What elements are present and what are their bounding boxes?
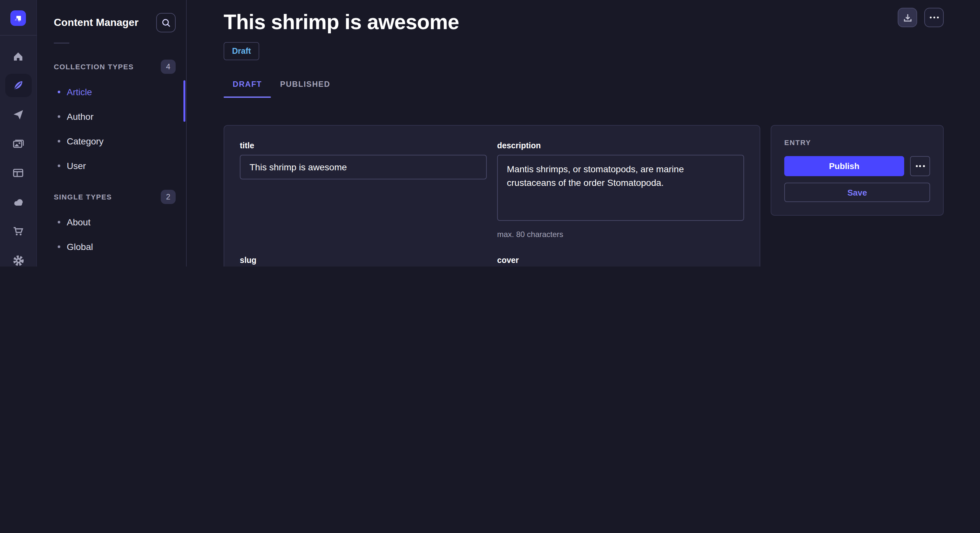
bullet-icon — [58, 115, 60, 118]
content-manager-subnav: Content Manager COLLECTION TYPES 4 Artic… — [37, 0, 187, 266]
edit-form-card: title description Mantis shrimps, or sto… — [224, 125, 760, 266]
ellipsis-icon — [929, 16, 939, 19]
field-title: title — [240, 141, 487, 239]
collection-types-label: COLLECTION TYPES — [54, 63, 134, 71]
title-field-label: title — [240, 141, 487, 150]
sidebar-item-article[interactable]: Article — [37, 80, 186, 104]
content-manager-icon[interactable] — [5, 74, 32, 97]
field-description: description Mantis shrimps, or stomatopo… — [497, 141, 744, 239]
cover-field-label: cover — [497, 256, 744, 265]
home-icon[interactable] — [5, 45, 32, 68]
content-type-builder-icon[interactable] — [5, 161, 32, 185]
tab-published[interactable]: PUBLISHED — [271, 80, 339, 98]
single-types-list: About Global — [37, 210, 186, 259]
download-button[interactable] — [898, 8, 917, 27]
status-badge: Draft — [224, 42, 259, 60]
bullet-icon — [58, 165, 60, 167]
media-library-icon[interactable] — [5, 132, 32, 155]
rail-divider — [0, 35, 37, 36]
collection-types-count: 4 — [161, 60, 176, 74]
field-cover: cover + — [497, 256, 744, 266]
sidebar-item-about[interactable]: About — [37, 210, 186, 235]
entry-panel-title: ENTRY — [784, 139, 930, 146]
bullet-icon — [58, 90, 60, 93]
main-content: This shrimp is awesome Draft DRAFT PUBLI… — [187, 0, 980, 266]
main-nav-rail: KD — [0, 0, 37, 266]
collection-types-list: Article Author Category User — [37, 80, 186, 178]
single-types-label: SINGLE TYPES — [54, 193, 112, 201]
marketplace-cart-icon[interactable] — [5, 219, 32, 243]
settings-gear-icon[interactable] — [5, 249, 32, 266]
sidebar-item-global[interactable]: Global — [37, 235, 186, 259]
description-field-label: description — [497, 141, 744, 150]
description-hint: max. 80 characters — [497, 230, 744, 239]
strapi-logo[interactable] — [10, 10, 26, 26]
subnav-divider — [54, 43, 69, 43]
rail-icon-list — [5, 45, 32, 266]
release-send-icon[interactable] — [5, 103, 32, 126]
deploy-cloud-icon[interactable] — [5, 190, 32, 214]
tab-draft[interactable]: DRAFT — [224, 80, 271, 98]
save-button[interactable]: Save — [784, 182, 930, 202]
sidebar-item-category[interactable]: Category — [37, 129, 186, 154]
strapi-logo-glyph — [13, 13, 23, 23]
subnav-scrollbar-thumb[interactable] — [183, 80, 185, 122]
bullet-icon — [58, 246, 60, 248]
bullet-icon — [58, 221, 60, 224]
download-icon — [902, 13, 912, 22]
slug-field-label: slug — [240, 256, 487, 265]
ellipsis-icon — [915, 165, 918, 167]
search-icon — [161, 18, 171, 27]
title-input[interactable] — [240, 155, 487, 179]
more-options-button[interactable] — [924, 8, 944, 27]
sidebar-item-author[interactable]: Author — [37, 104, 186, 129]
subnav-title: Content Manager — [54, 17, 138, 29]
single-types-count: 2 — [161, 190, 176, 204]
version-tabs: DRAFT PUBLISHED — [224, 80, 944, 98]
entry-more-button[interactable] — [910, 156, 930, 176]
app-window: KD Content Manager COLLECTION TYPES 4 Ar… — [0, 0, 980, 266]
page-title: This shrimp is awesome — [224, 10, 944, 34]
publish-button[interactable]: Publish — [784, 156, 904, 176]
entry-panel: ENTRY Publish Save — [771, 125, 944, 216]
sidebar-item-user[interactable]: User — [37, 154, 186, 178]
bullet-icon — [58, 140, 60, 143]
field-slug: slug — [240, 256, 487, 266]
search-button[interactable] — [156, 13, 176, 32]
description-textarea[interactable]: Mantis shrimps, or stomatopods, are mari… — [497, 155, 744, 221]
